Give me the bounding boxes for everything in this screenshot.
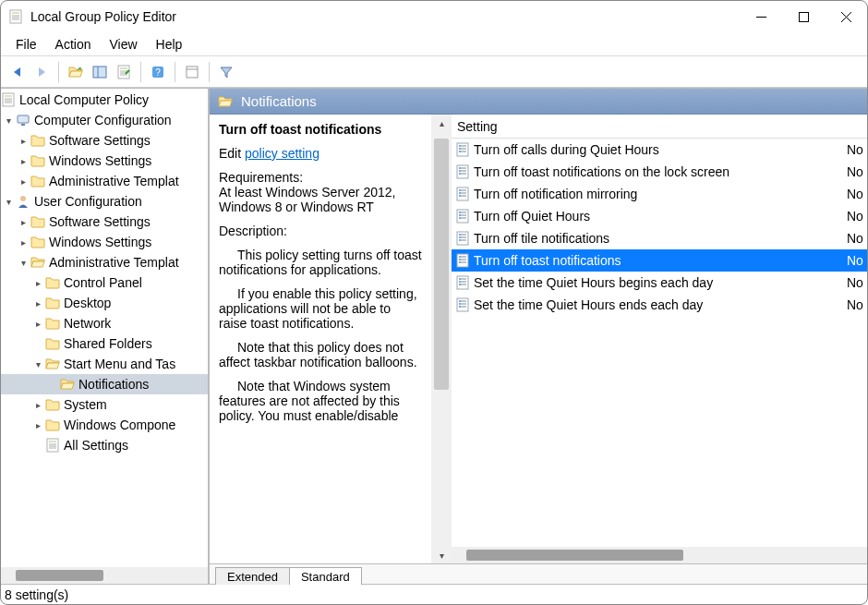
nav-forward-button[interactable] — [30, 61, 53, 83]
description-p4: Note that Windows system features are no… — [219, 379, 422, 423]
chevron-down-icon[interactable]: ▾ — [30, 357, 45, 371]
grid-row[interactable]: Turn off toast notifications on the lock… — [452, 161, 867, 183]
folder-icon — [30, 214, 45, 229]
panel-heading: Notifications — [210, 89, 867, 115]
menu-view[interactable]: View — [100, 34, 146, 54]
chevron-down-icon[interactable]: ▾ — [1, 113, 16, 127]
folder-icon — [45, 397, 60, 412]
tree-ctrlpanel[interactable]: Control Panel — [64, 275, 142, 290]
tree-allsettings[interactable]: All Settings — [64, 438, 128, 453]
tree-shared[interactable]: Shared Folders — [64, 336, 152, 351]
up-button[interactable] — [65, 61, 87, 83]
chevron-right-icon[interactable]: ▸ — [30, 275, 45, 290]
chevron-right-icon[interactable]: ▸ — [30, 316, 45, 331]
menu-file[interactable]: File — [6, 34, 46, 54]
menu-help[interactable]: Help — [147, 34, 192, 54]
tree-wincomp[interactable]: Windows Compone — [64, 417, 175, 432]
policy-description: Turn off toast notifications Edit policy… — [210, 115, 431, 563]
scroll-down-icon[interactable]: ▾ — [431, 547, 452, 563]
desc-vscroll[interactable]: ▴ ▾ — [431, 115, 452, 563]
grid-row[interactable]: Turn off tile notificationsNo — [452, 227, 867, 249]
folder-icon — [30, 235, 45, 249]
tree-cc-windows[interactable]: Windows Settings — [49, 153, 151, 168]
row-label: Turn off toast notifications — [474, 253, 843, 268]
tree-notifications[interactable]: Notifications — [78, 377, 149, 392]
chevron-down-icon[interactable]: ▾ — [16, 255, 30, 270]
policy-icon — [455, 297, 470, 312]
properties-button[interactable] — [181, 61, 203, 83]
row-label: Turn off toast notifications on the lock… — [474, 164, 843, 179]
chevron-right-icon[interactable]: ▸ — [16, 153, 30, 168]
grid-header[interactable]: Setting — [452, 115, 867, 139]
grid-row[interactable]: Set the time Quiet Hours begins each day… — [452, 272, 867, 294]
folder-icon — [30, 153, 45, 168]
show-hide-tree-button[interactable] — [89, 61, 111, 83]
tree-panel: Local Computer Policy ▾Computer Configur… — [1, 89, 209, 584]
tree-cc-admin[interactable]: Administrative Templat — [49, 174, 179, 188]
chevron-right-icon[interactable]: ▸ — [30, 417, 45, 432]
filter-button[interactable] — [215, 61, 237, 83]
grid-row[interactable]: Turn off calls during Quiet HoursNo — [452, 139, 867, 161]
tree[interactable]: Local Computer Policy ▾Computer Configur… — [1, 89, 208, 567]
nav-back-button[interactable] — [6, 61, 29, 83]
tree-notifications-selected: Notifications — [1, 374, 208, 394]
titlebar: Local Group Policy Editor — [1, 1, 867, 32]
tree-uc-admin[interactable]: Administrative Templat — [49, 255, 179, 270]
tree-startmenu[interactable]: Start Menu and Tas — [64, 357, 175, 371]
details-panel: Notifications Turn off toast notificatio… — [209, 89, 867, 584]
menu-action[interactable]: Action — [46, 34, 101, 54]
tree-network[interactable]: Network — [64, 316, 111, 331]
arrow-right-icon — [34, 65, 49, 79]
tree-cc-software[interactable]: Software Settings — [49, 133, 151, 148]
chevron-right-icon[interactable]: ▸ — [16, 214, 30, 229]
export-button[interactable] — [113, 61, 135, 83]
chevron-right-icon[interactable]: ▸ — [30, 296, 45, 310]
chevron-right-icon[interactable]: ▸ — [16, 174, 30, 188]
chevron-down-icon[interactable]: ▾ — [1, 194, 16, 209]
grid-row[interactable]: Turn off Quiet HoursNo — [452, 205, 867, 227]
settings-icon — [45, 438, 60, 453]
window-title: Local Group Policy Editor — [30, 9, 740, 24]
scroll-track[interactable] — [431, 131, 452, 547]
tree-system[interactable]: System — [64, 397, 107, 412]
edit-policy-link[interactable]: policy setting — [245, 146, 319, 161]
scrollbar-thumb[interactable] — [16, 570, 103, 581]
tab-extended[interactable]: Extended — [215, 567, 290, 585]
app-icon — [8, 9, 23, 24]
tree-uc-software[interactable]: Software Settings — [49, 214, 151, 229]
gpedit-window: Local Group Policy Editor File Action Vi… — [0, 0, 868, 605]
export-icon — [116, 65, 131, 79]
help-button[interactable]: ? — [147, 61, 169, 83]
grid-row-selected[interactable]: Turn off toast notificationsNo — [452, 249, 867, 272]
tree-root[interactable]: Local Computer Policy — [19, 92, 149, 107]
scrollbar-thumb[interactable] — [434, 139, 449, 390]
chevron-right-icon[interactable]: ▸ — [16, 133, 30, 148]
scrollbar-thumb[interactable] — [466, 550, 683, 561]
folder-icon — [45, 296, 60, 310]
grid-row[interactable]: Set the time Quiet Hours ends each dayNo — [452, 294, 867, 316]
policy-icon — [455, 231, 470, 246]
grid-row[interactable]: Turn off notification mirroringNo — [452, 183, 867, 205]
tree-hscroll[interactable] — [1, 567, 208, 584]
grid-hscroll[interactable] — [452, 547, 867, 563]
row-state: No — [847, 187, 867, 201]
svg-rect-18 — [93, 67, 106, 78]
column-setting[interactable]: Setting — [457, 119, 867, 134]
scroll-up-icon[interactable]: ▴ — [431, 115, 452, 131]
folder-icon — [30, 133, 45, 148]
folder-open-icon — [30, 255, 45, 270]
tab-standard[interactable]: Standard — [289, 567, 362, 585]
close-button[interactable] — [825, 1, 867, 32]
row-label: Turn off calls during Quiet Hours — [474, 142, 843, 157]
row-label: Set the time Quiet Hours ends each day — [474, 297, 843, 312]
chevron-right-icon[interactable]: ▸ — [16, 235, 30, 249]
tree-uc-windows[interactable]: Windows Settings — [49, 235, 151, 249]
minimize-button[interactable] — [740, 1, 782, 32]
tree-computer-config[interactable]: Computer Configuration — [34, 113, 172, 127]
tree-user-config[interactable]: User Configuration — [34, 194, 142, 209]
maximize-button[interactable] — [782, 1, 825, 32]
chevron-right-icon[interactable]: ▸ — [30, 397, 45, 412]
tree-desktop[interactable]: Desktop — [64, 296, 111, 310]
row-state: No — [847, 231, 867, 246]
folder-icon — [45, 417, 60, 432]
